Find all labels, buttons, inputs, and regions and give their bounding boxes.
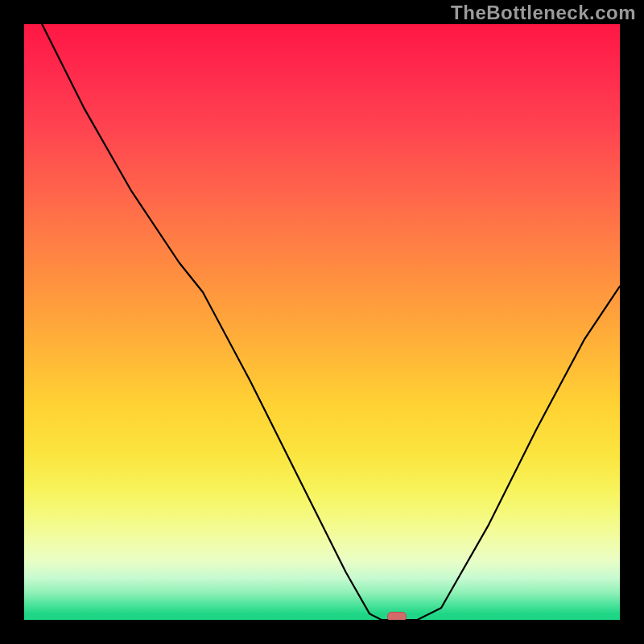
optimum-marker bbox=[387, 612, 407, 620]
curve-path bbox=[42, 24, 620, 620]
figure-root: TheBottleneck.com bbox=[0, 0, 644, 644]
plot-area bbox=[24, 24, 620, 620]
watermark-text: TheBottleneck.com bbox=[451, 2, 636, 24]
bottleneck-curve bbox=[24, 24, 620, 620]
